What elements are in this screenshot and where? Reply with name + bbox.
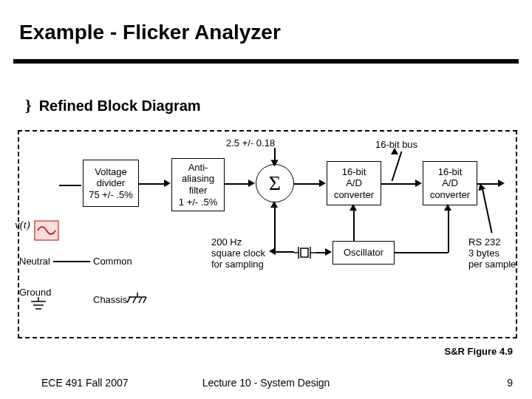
svg-rect-13 — [301, 248, 308, 257]
footer-right: 9 — [507, 377, 513, 389]
svg-line-7 — [127, 297, 130, 303]
sigma-block: Σ — [256, 164, 294, 202]
gain-label: 2.5 +/- 0.18 — [226, 137, 275, 149]
vt-label: v(t) — [15, 219, 30, 231]
bullet-text: Refined Block Diagram — [39, 98, 201, 115]
citation: S&R Figure 4.9 — [445, 346, 513, 357]
adc1-block: 16-bit A/D converter — [327, 161, 381, 205]
svg-line-10 — [143, 297, 146, 303]
bullet-row: } Refined Block Diagram — [25, 96, 201, 115]
title-rule — [13, 59, 519, 64]
chassis-icon — [127, 293, 148, 307]
footer-center: Lecture 10 - System Design — [202, 377, 330, 389]
earth-icon — [30, 297, 47, 313]
adc2-block: 16-bit A/D converter — [423, 161, 477, 205]
page-title: Example - Flicker Analyzer — [19, 21, 281, 44]
chassis-label: Chassis — [93, 294, 127, 305]
clock-label: 200 Hz square clock for sampling — [211, 236, 265, 270]
voltage-divider-block: Voltage divider 75 +/- .5% — [83, 160, 139, 207]
crystal-icon — [294, 245, 316, 260]
bullet-icon: } — [25, 96, 32, 115]
neutral-label: Neutral — [19, 256, 50, 267]
footer-left: ECE 491 Fall 2007 — [41, 377, 129, 389]
ground-label: Ground — [19, 287, 51, 298]
oscillator-block: Oscillator — [332, 241, 395, 265]
svg-line-9 — [139, 297, 142, 303]
svg-line-8 — [133, 297, 136, 303]
source-icon — [34, 220, 59, 253]
anti-aliasing-block: Anti- aliasing filter 1 +/- .5% — [171, 158, 225, 211]
common-label: Common — [93, 256, 132, 267]
rs232-label: RS 232 3 bytes per sample — [468, 236, 516, 270]
